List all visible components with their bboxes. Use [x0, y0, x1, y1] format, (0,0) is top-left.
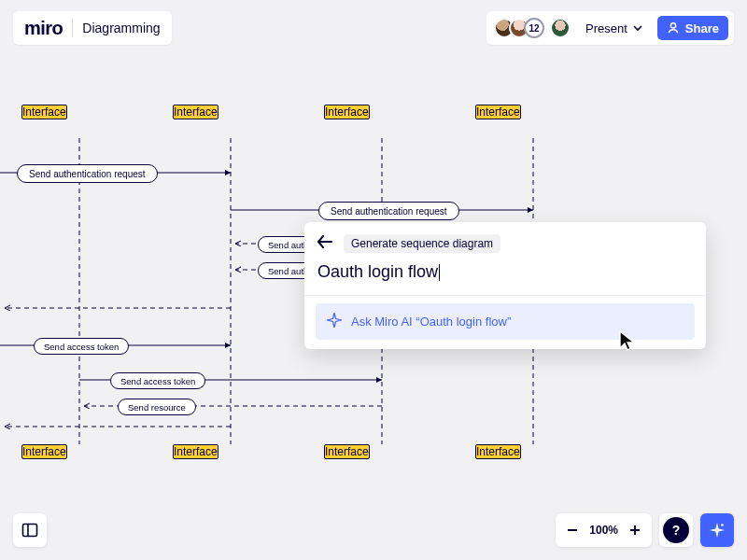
message-6[interactable]: Send access token [110, 372, 205, 389]
message-7[interactable]: Send resource [118, 399, 196, 415]
message-label: Send authentication request [331, 206, 447, 217]
zoom-level[interactable]: 100% [585, 524, 622, 537]
avatar[interactable] [550, 18, 571, 38]
sparkle-icon [327, 313, 342, 330]
lifeline-top-4[interactable]: Interface [475, 105, 521, 119]
message-1[interactable]: Send authentication request [17, 164, 158, 183]
avatar-count[interactable]: 12 [524, 18, 544, 38]
message-label: Send resource [128, 402, 186, 413]
collaborator-avatars[interactable]: 12 [494, 18, 571, 38]
svg-point-13 [670, 23, 675, 28]
generator-chip[interactable]: Generate sequence diagram [344, 234, 500, 253]
lifeline-label: Interface [22, 105, 66, 119]
miro-ai-button[interactable] [700, 513, 734, 547]
chevron-down-icon [633, 23, 642, 33]
ai-prompt-text: Oauth login flow [317, 262, 438, 281]
lifeline-bottom-1[interactable]: Interface [21, 444, 67, 459]
lifeline-top-3[interactable]: Interface [324, 105, 370, 119]
arrow-left-icon [317, 235, 332, 248]
top-right-controls: 12 Present Share [486, 11, 734, 45]
bottom-right-controls: 100% ? [556, 513, 734, 547]
ai-prompt-input[interactable]: Oauth login flow [316, 260, 695, 291]
message-label: Send access token [44, 342, 119, 352]
zoom-out-button[interactable] [559, 517, 585, 543]
lifeline-label: Interface [22, 445, 66, 458]
message-5[interactable]: Send access token [34, 338, 129, 355]
ai-popover: Generate sequence diagram Oauth login fl… [304, 222, 706, 349]
text-caret [439, 264, 440, 281]
zoom-in-button[interactable] [622, 517, 648, 543]
board-header[interactable]: miro Diagramming [13, 11, 172, 45]
lifeline-label: Interface [476, 105, 520, 119]
user-icon [667, 21, 680, 35]
lifeline-label: Interface [325, 445, 369, 458]
message-label: Send access token [120, 376, 195, 386]
help-button[interactable]: ? [659, 513, 693, 547]
svg-rect-14 [23, 525, 37, 537]
mouse-cursor-icon [618, 329, 639, 354]
lifeline-bottom-2[interactable]: Interface [173, 444, 218, 459]
minus-icon [566, 524, 579, 537]
divider [72, 19, 73, 37]
message-2[interactable]: Send authentication request [318, 202, 459, 220]
lifeline-label: Interface [476, 445, 520, 458]
back-button[interactable] [316, 233, 334, 253]
lifeline-label: Interface [174, 445, 218, 458]
present-label: Present [585, 21, 627, 35]
ai-sparkle-icon [709, 522, 726, 539]
present-dropdown[interactable]: Present [580, 18, 648, 39]
plus-icon [628, 524, 641, 537]
frames-panel-button[interactable] [13, 513, 47, 547]
lifeline-label: Interface [325, 105, 369, 119]
lifeline-top-2[interactable]: Interface [173, 105, 218, 119]
svg-point-19 [721, 524, 724, 526]
top-bar: miro Diagramming 12 Present Share [0, 0, 747, 52]
zoom-controls: 100% [556, 513, 652, 547]
lifeline-label: Interface [174, 105, 218, 119]
share-label: Share [685, 21, 719, 35]
frames-icon [21, 522, 38, 539]
board-title: Diagramming [82, 21, 160, 35]
miro-logo: miro [24, 18, 63, 39]
divider [304, 295, 706, 296]
lifeline-bottom-3[interactable]: Interface [324, 444, 370, 459]
share-button[interactable]: Share [657, 16, 728, 40]
help-icon: ? [663, 517, 689, 543]
message-label: Send authentication request [29, 169, 146, 179]
ai-suggestion-text: Ask Miro AI “Oauth login flow” [351, 315, 511, 329]
lifeline-bottom-4[interactable]: Interface [475, 444, 521, 459]
lifeline-top-1[interactable]: Interface [21, 105, 67, 119]
